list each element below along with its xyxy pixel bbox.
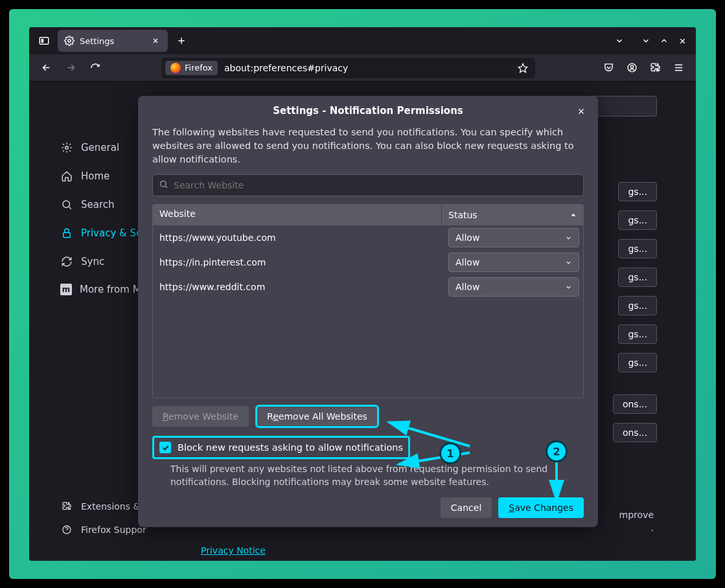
settings-button[interactable]: gs... <box>618 353 657 372</box>
firefox-logo-icon <box>170 63 181 73</box>
cancel-button[interactable]: Cancel <box>441 497 492 518</box>
sidebar-item-label: General <box>81 142 119 153</box>
svg-point-5 <box>65 146 69 150</box>
status-select[interactable]: Allow <box>448 277 579 297</box>
block-new-requests-checkbox[interactable]: Block new requests asking to allow notif… <box>152 436 410 459</box>
table-row[interactable]: https://www.youtube.com Allow <box>153 225 583 250</box>
puzzle-icon <box>60 500 73 513</box>
pocket-icon[interactable] <box>597 58 619 78</box>
settings-button[interactable]: gs... <box>618 296 657 315</box>
mozilla-icon: m <box>60 284 72 295</box>
settings-button[interactable]: gs... <box>618 182 657 201</box>
website-cell: https://in.pinterest.com <box>153 257 442 267</box>
exceptions-button[interactable]: ons... <box>613 423 657 442</box>
sidebar-item-label: Sync <box>81 256 104 267</box>
search-website-input[interactable] <box>152 174 584 196</box>
sidebar-item-label: Search <box>81 199 115 210</box>
window-maximize-button[interactable] <box>656 32 673 49</box>
window-close-button[interactable] <box>674 32 691 49</box>
callout-1: 1 <box>439 442 461 464</box>
table-row[interactable]: https://in.pinterest.com Allow <box>153 250 583 275</box>
settings-button[interactable]: gs... <box>618 324 657 344</box>
gear-icon <box>64 36 75 46</box>
website-cell: https://www.reddit.com <box>153 282 442 292</box>
tab-settings[interactable]: Settings <box>58 30 168 52</box>
column-header-website[interactable]: Website <box>153 205 442 225</box>
identity-chip[interactable]: Firefox <box>165 61 218 75</box>
notification-permissions-dialog: Settings - Notification Permissions The … <box>138 96 598 527</box>
extensions-icon[interactable] <box>644 58 666 78</box>
table-row[interactable]: https://www.reddit.com Allow <box>153 275 583 299</box>
save-changes-button[interactable]: Save Changes <box>498 497 584 518</box>
search-icon <box>60 198 73 211</box>
permissions-table: Website Status https://www.youtube.com A… <box>152 204 584 398</box>
remove-all-websites-button[interactable]: Reemove All Websites <box>257 406 378 427</box>
url-bar[interactable]: Firefox about:preferences#privacy <box>161 58 535 78</box>
column-header-status[interactable]: Status <box>442 205 583 225</box>
forward-button[interactable] <box>60 58 81 78</box>
lock-icon <box>60 227 73 240</box>
home-icon <box>60 170 73 183</box>
new-tab-button[interactable] <box>172 31 191 51</box>
firefox-view-icon[interactable] <box>34 31 54 51</box>
block-description: This will prevent any websites not liste… <box>138 463 598 488</box>
settings-button[interactable]: gs... <box>618 239 657 258</box>
settings-button[interactable]: gs... <box>618 267 657 287</box>
exceptions-button[interactable]: ons... <box>613 394 657 414</box>
sync-icon <box>60 255 73 268</box>
close-button[interactable] <box>572 102 590 120</box>
svg-rect-7 <box>63 232 71 238</box>
bookmark-star-icon[interactable] <box>514 63 531 73</box>
status-select[interactable]: Allow <box>448 253 579 272</box>
svg-rect-0 <box>40 38 49 45</box>
window-minimize-button[interactable] <box>638 32 654 49</box>
callout-2: 2 <box>546 440 568 462</box>
svg-point-6 <box>63 201 70 208</box>
dialog-title: Settings - Notification Permissions <box>273 105 463 117</box>
privacy-notice-link[interactable]: Privacy Notice <box>201 545 266 558</box>
status-select[interactable]: Allow <box>448 228 579 247</box>
help-icon <box>60 523 73 536</box>
website-cell: https://www.youtube.com <box>153 232 442 243</box>
sidebar-item-label: Home <box>81 170 109 182</box>
reload-button[interactable] <box>85 58 106 78</box>
app-menu-icon[interactable] <box>667 58 689 78</box>
sidebar-item-label: Firefox Suppor <box>81 525 146 535</box>
back-button[interactable] <box>36 58 56 78</box>
checkbox-checked-icon <box>159 442 171 453</box>
svg-point-2 <box>68 40 71 42</box>
svg-rect-1 <box>41 39 44 43</box>
settings-button[interactable]: gs... <box>618 210 657 230</box>
svg-point-4 <box>630 65 633 68</box>
bg-text: mprove <box>619 510 654 520</box>
dialog-description: The following websites have requested to… <box>152 126 584 166</box>
tab-title: Settings <box>80 36 144 46</box>
url-text: about:preferences#privacy <box>219 63 513 73</box>
sidebar-item-label: Privacy & Se <box>81 227 142 239</box>
close-tab-icon[interactable] <box>150 35 161 47</box>
svg-point-9 <box>161 181 167 187</box>
tab-overflow-button[interactable] <box>610 32 628 50</box>
checkbox-label: Block new requests asking to allow notif… <box>178 442 403 453</box>
remove-website-button[interactable]: Remove Website <box>152 406 249 427</box>
gear-icon <box>60 141 73 154</box>
identity-label: Firefox <box>185 63 213 73</box>
sidebar-item-label: More from M <box>80 284 141 295</box>
sort-up-icon <box>570 212 577 218</box>
account-icon[interactable] <box>621 58 643 78</box>
search-icon <box>159 179 168 192</box>
